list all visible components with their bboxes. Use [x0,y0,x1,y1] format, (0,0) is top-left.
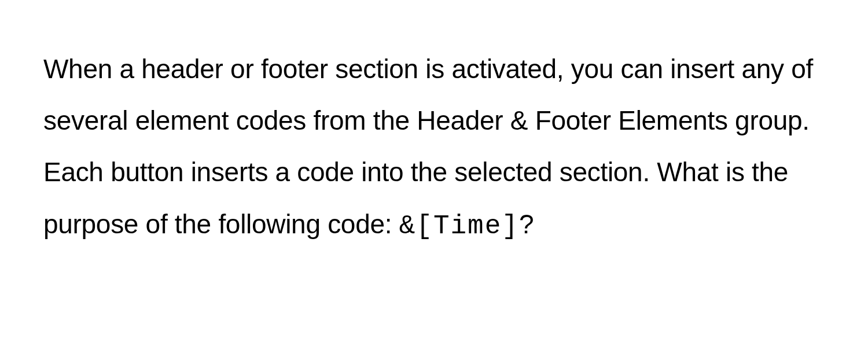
question-code: &[Time] [399,211,519,241]
question-text-after: ? [519,209,534,239]
question-paragraph: When a header or footer section is activ… [43,43,825,252]
